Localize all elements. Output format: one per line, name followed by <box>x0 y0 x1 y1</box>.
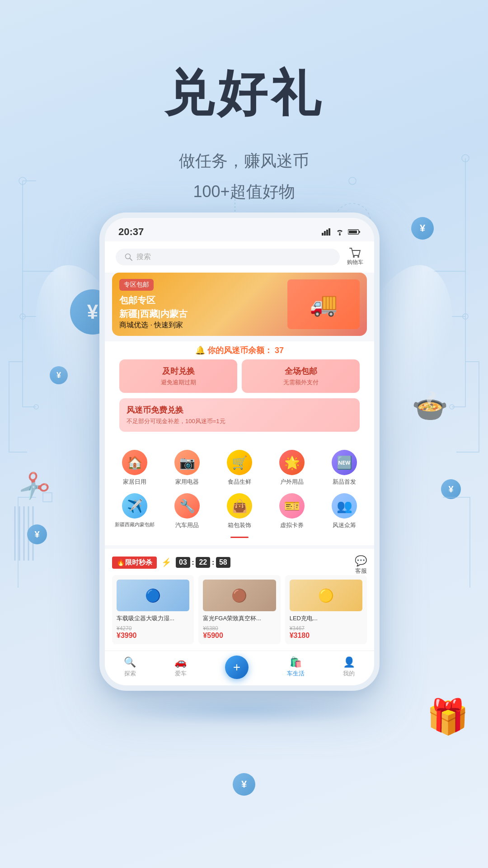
category-item-bags[interactable]: 👜 箱包装饰 <box>219 493 260 529</box>
nav-item-explore[interactable]: 🔍 探索 <box>124 656 136 678</box>
search-bar: 搜索 购物车 <box>105 241 374 273</box>
flash-sale-header: 🔥限时秒杀 ⚡ 03 : 22 : 58 <box>112 557 230 569</box>
add-icon: + <box>233 660 240 675</box>
car-label: 爱车 <box>175 670 187 678</box>
banner-label: 专区包邮 <box>119 279 154 291</box>
subtitle-line-2: 100+超值好物 <box>0 176 488 207</box>
sale-price-val-1: 3990 <box>121 632 137 639</box>
status-time: 20:37 <box>118 226 144 238</box>
category-item-voucher[interactable]: 🎫 虚拟卡券 <box>272 493 312 529</box>
orig-price-val-1: 4270 <box>120 625 132 632</box>
flash-sale-section: 🔥限时秒杀 ⚡ 03 : 22 : 58 💬 客服 <box>105 545 374 651</box>
svg-rect-17 <box>324 231 326 236</box>
phone-shadow <box>113 694 375 726</box>
category-item-new[interactable]: 🆕 新品首发 <box>324 450 365 486</box>
sale-price-val-3: 3180 <box>294 632 310 639</box>
yen-icon: ¥ <box>87 301 98 323</box>
auto-label: 汽车用品 <box>175 521 199 529</box>
explore-label: 探索 <box>124 670 136 678</box>
product-card-3[interactable]: 🟡 LED充电... ¥3467 ¥3180 <box>285 575 367 644</box>
search-input[interactable]: 搜索 <box>116 249 340 265</box>
add-center-button[interactable]: + <box>225 656 249 679</box>
auto-icon: 🔧 <box>174 493 200 519</box>
product-card-1[interactable]: 🔵 车载吸尘器大吸力湿... ¥4270 ¥3990 <box>112 575 194 644</box>
deco-yen-5: ¥ <box>233 773 255 796</box>
product-sale-price-2: ¥5900 <box>203 632 276 640</box>
appliances-icon: 📷 <box>174 450 200 475</box>
product-img-3: 🟡 <box>290 580 362 611</box>
signal-icon <box>322 228 332 236</box>
svg-point-27 <box>357 256 359 258</box>
yen-sale-3: ¥ <box>290 632 294 639</box>
feature-exchange-desc: 避免逾期过期 <box>126 378 231 387</box>
category-item-outdoor[interactable]: 🌟 户外用品 <box>272 450 312 486</box>
bags-icon: 👜 <box>227 493 252 519</box>
svg-point-1 <box>20 314 25 319</box>
customer-service-btn[interactable]: 💬 客服 <box>355 555 367 575</box>
category-item-housewares[interactable]: 🏠 家居日用 <box>114 450 155 486</box>
deco-yen-1: ¥ <box>50 366 68 384</box>
category-row-2: ✈️ 新疆西藏内蒙包邮 🔧 汽车用品 👜 箱包装饰 🎫 虚拟卡券 <box>108 493 371 529</box>
svg-rect-23 <box>349 231 357 233</box>
category-item-food[interactable]: 🛒 食品生鲜 <box>219 450 260 486</box>
banner-title: 包邮专区新疆|西藏|内蒙古 <box>119 293 287 321</box>
product-sale-price-3: ¥3180 <box>290 632 362 640</box>
coin-balance-amount: 37 <box>275 346 284 355</box>
orig-price-val-3: 3467 <box>292 625 305 632</box>
bowl-decoration: 🍲 <box>412 389 448 423</box>
product-original-price-2: ¥6380 <box>203 625 276 632</box>
product-sale-price-1: ¥3990 <box>117 632 189 640</box>
category-item-xinjiang[interactable]: ✈️ 新疆西藏内蒙包邮 <box>114 493 155 529</box>
orig-price-val-2: 6380 <box>206 625 218 632</box>
nav-item-add[interactable]: + <box>225 656 249 679</box>
service-icon: 💬 <box>355 555 367 567</box>
food-label: 食品生鲜 <box>228 478 251 486</box>
exchange-desc: 不足部分可现金补差，100风迷币=1元 <box>127 417 352 425</box>
cart-button[interactable]: 购物车 <box>347 248 363 266</box>
voucher-label: 虚拟卡券 <box>280 521 304 529</box>
svg-rect-16 <box>322 233 324 236</box>
search-icon <box>125 253 133 261</box>
product-card-2[interactable]: 🟤 富光FGA荣致真空杯... ¥6380 ¥5900 <box>198 575 280 644</box>
feature-shipping-title: 全场包邮 <box>248 366 353 377</box>
nav-item-car[interactable]: 🚗 爱车 <box>174 656 187 678</box>
food-icon: 🛒 <box>227 450 252 475</box>
category-row-1: 🏠 家居日用 📷 家用电器 🛒 食品生鲜 🌟 户外用品 <box>108 450 371 486</box>
flash-sale-header-row: 🔥限时秒杀 ⚡ 03 : 22 : 58 💬 客服 <box>112 555 367 575</box>
housewares-label: 家居日用 <box>123 478 146 486</box>
wifi-icon <box>335 228 344 236</box>
svg-rect-18 <box>326 230 328 236</box>
category-item-auto[interactable]: 🔧 汽车用品 <box>167 493 207 529</box>
xinjiang-icon: ✈️ <box>122 493 147 519</box>
svg-line-25 <box>130 258 132 260</box>
phone-mockup: 20:37 <box>99 212 380 691</box>
subtitle-line-1: 做任务，赚风迷币 <box>0 146 488 176</box>
category-item-appliances[interactable]: 📷 家用电器 <box>167 450 207 486</box>
yen-orig-2: ¥ <box>203 625 206 632</box>
product-name-1: 车载吸尘器大吸力湿... <box>117 615 189 623</box>
profile-label: 我的 <box>343 670 355 678</box>
gift-decoration: 🎁 <box>427 697 469 737</box>
cart-label: 购物车 <box>347 259 363 266</box>
feature-banner-shipping[interactable]: 全场包邮 无需额外支付 <box>242 359 360 393</box>
nav-item-profile[interactable]: 👤 我的 <box>343 656 355 678</box>
main-banner[interactable]: 专区包邮 包邮专区新疆|西藏|内蒙古 商城优选 · 快速到家 🚚 <box>112 273 367 336</box>
svg-point-2 <box>34 405 38 409</box>
feature-banner-exchange[interactable]: 及时兑换 避免逾期过期 <box>119 359 237 393</box>
tool-decoration: ✂️ <box>15 469 52 506</box>
nav-item-life[interactable]: 🛍️ 车生活 <box>287 656 305 678</box>
coin-balance-bar: 🔔 你的风迷币余额： 37 <box>105 341 374 359</box>
exchange-section[interactable]: 风迷币免费兑换 不足部分可现金补差，100风迷币=1元 <box>119 398 360 432</box>
timer-sep-2: : <box>212 559 214 566</box>
phone-mockup-wrapper: 20:37 <box>99 212 389 691</box>
status-bar: 20:37 <box>105 218 374 241</box>
voucher-icon: 🎫 <box>279 493 305 519</box>
service-label: 客服 <box>355 567 367 575</box>
category-item-crowdfund[interactable]: 👥 风迷众筹 <box>324 493 365 529</box>
flash-label: 🔥限时秒杀 <box>112 557 157 569</box>
page-title: 兑好礼 <box>0 63 488 123</box>
banner-image: 🚚 <box>287 279 360 329</box>
life-icon: 🛍️ <box>290 656 302 668</box>
banner-text-area: 专区包邮 包邮专区新疆|西藏|内蒙古 商城优选 · 快速到家 <box>119 279 287 330</box>
yen-orig-1: ¥ <box>117 625 120 632</box>
